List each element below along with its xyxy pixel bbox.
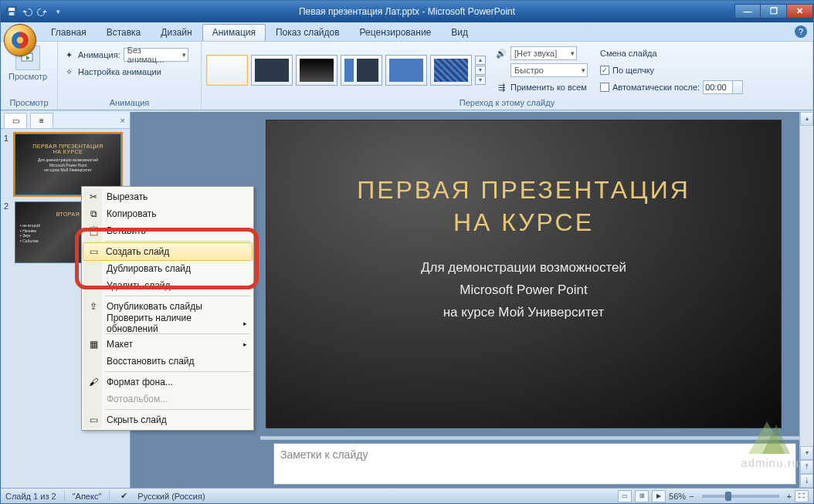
publish-icon: ⇪ [87, 300, 100, 313]
menu-copy[interactable]: ⧉Копировать [83, 205, 252, 222]
menu-photo-album: Фотоальбом... [83, 391, 252, 408]
undo-icon[interactable] [21, 5, 33, 18]
zoom-level[interactable]: 56% [669, 492, 686, 501]
svg-point-4 [17, 37, 24, 44]
transition-thumb[interactable] [251, 55, 293, 86]
sound-icon: 🔊 [495, 47, 507, 59]
format-bg-icon: 🖌 [87, 376, 100, 388]
auto-after-label: Автоматически после: [612, 83, 700, 92]
group-animation-label: Анимация [63, 96, 196, 110]
layout-icon: ▦ [87, 338, 100, 350]
menu-layout[interactable]: ▦Макет▸ [83, 336, 252, 353]
titlebar: ▾ Певая презентация Лат.pptx - Microsoft… [1, 1, 813, 22]
thumb-number: 2 [4, 201, 12, 263]
custom-animation-icon: ✧ [63, 66, 75, 78]
slide-canvas[interactable]: Первая презентацияна курсе Для демонстра… [266, 120, 782, 428]
watermark-text: adminu.ru [741, 456, 799, 469]
menu-hide-slide[interactable]: ▭Скрыть слайд [83, 411, 252, 428]
transition-thumb[interactable] [385, 55, 427, 86]
paste-icon: 📋 [87, 225, 100, 237]
menu-new-slide[interactable]: ▭Создать слайд [83, 242, 253, 261]
slideshow-view-button[interactable]: ▶ [652, 490, 666, 502]
preview-label: Просмотр [8, 72, 47, 81]
ribbon: Просмотр Просмотр ✦ Анимация: Без анимац… [1, 41, 813, 110]
statusbar: Слайд 1 из 2 "Апекс" ✔ Русский (Россия) … [1, 488, 813, 503]
transition-thumb[interactable] [430, 55, 472, 86]
slide-counter: Слайд 1 из 2 [5, 492, 56, 501]
close-button[interactable]: ✕ [787, 4, 813, 19]
group-transition-label: Переход к этому слайду [206, 96, 808, 110]
menu-duplicate-slide[interactable]: Дублировать слайд [83, 260, 252, 277]
group-preview-label: Просмотр [5, 96, 53, 110]
sorter-view-button[interactable]: ⊞ [635, 490, 649, 502]
minimize-button[interactable]: — [734, 4, 761, 19]
tab-home[interactable]: Главная [41, 24, 97, 41]
quick-access-toolbar: ▾ [1, 5, 64, 18]
animation-label: Анимация: [78, 50, 120, 59]
fit-window-button[interactable]: ⛶ [795, 490, 809, 502]
menu-paste[interactable]: 📋Вставить [83, 222, 252, 239]
maximize-button[interactable]: ❐ [761, 4, 787, 19]
on-click-checkbox[interactable]: ✓ [600, 66, 609, 75]
menu-check-updates[interactable]: Проверить наличие обновлений▸ [83, 315, 252, 332]
zoom-slider[interactable] [702, 495, 779, 498]
thumb-number: 1 [4, 134, 12, 195]
menu-reset-slide[interactable]: Восстановить слайд [83, 353, 252, 370]
copy-icon: ⧉ [87, 208, 100, 220]
normal-view-button[interactable]: ▭ [618, 490, 632, 502]
language-status[interactable]: Русский (Россия) [137, 492, 205, 501]
qat-more-icon[interactable]: ▾ [52, 5, 64, 18]
new-slide-icon: ▭ [87, 245, 100, 258]
animation-icon: ✦ [63, 49, 75, 61]
sound-combo[interactable]: [Нет звука] [510, 46, 577, 60]
tab-view[interactable]: Вид [441, 24, 478, 41]
transition-thumb[interactable] [296, 55, 337, 86]
scroll-up-icon[interactable]: ▴ [800, 112, 813, 126]
auto-after-spin[interactable]: 00:00 [703, 80, 743, 94]
office-button[interactable] [4, 24, 36, 56]
notes-pane[interactable]: Заметки к слайду [273, 443, 796, 485]
outline-tab[interactable]: ≡ [30, 113, 53, 128]
svg-rect-2 [9, 12, 14, 15]
on-click-label: По щелчку [612, 66, 654, 75]
notes-splitter[interactable] [260, 436, 813, 440]
window-controls: — ❐ ✕ [734, 5, 813, 19]
animation-combo[interactable]: Без анимац... [124, 48, 188, 62]
next-slide-icon[interactable]: ⭳ [800, 474, 813, 488]
menu-format-background[interactable]: 🖌Формат фона... [83, 374, 252, 391]
transition-thumb[interactable] [341, 55, 382, 86]
window-title: Певая презентация Лат.pptx - Microsoft P… [299, 6, 515, 17]
vertical-scrollbar[interactable]: ▴ ▾ ⭱ ⭳ [799, 112, 813, 488]
auto-after-checkbox[interactable] [600, 83, 609, 92]
transition-none[interactable] [206, 55, 248, 86]
hide-icon: ▭ [87, 414, 100, 426]
tab-animation[interactable]: Анимация [202, 24, 266, 41]
gallery-more[interactable]: ▴▾▾ [475, 56, 486, 85]
save-icon[interactable] [5, 5, 18, 18]
custom-animation-button[interactable]: ✧ Настройка анимации [63, 64, 188, 79]
panel-close-icon[interactable]: × [120, 116, 125, 125]
zoom-out-button[interactable]: − [689, 492, 694, 501]
menu-cut[interactable]: ✂Вырезать [83, 188, 252, 205]
apply-all-button[interactable]: ⇶Применить ко всем [495, 79, 588, 95]
ribbon-tabs: Главная Вставка Дизайн Анимация Показ сл… [1, 22, 813, 41]
help-icon[interactable]: ? [795, 25, 807, 38]
prev-slide-icon[interactable]: ⭱ [800, 460, 813, 474]
speed-combo[interactable]: Быстро [510, 63, 588, 77]
tab-slideshow[interactable]: Показ слайдов [266, 24, 350, 41]
tab-design[interactable]: Дизайн [151, 24, 202, 41]
tab-insert[interactable]: Вставка [97, 24, 151, 41]
watermark-triangle2-icon [762, 425, 790, 454]
panel-tabs: ▭ ≡ × [1, 112, 130, 129]
advance-title: Смена слайда [600, 49, 657, 58]
svg-rect-1 [8, 8, 15, 11]
slides-tab[interactable]: ▭ [4, 113, 27, 128]
scroll-down-icon[interactable]: ▾ [800, 446, 813, 460]
transition-gallery[interactable]: ▴▾▾ [206, 55, 486, 86]
redo-icon[interactable] [36, 5, 49, 18]
menu-delete-slide[interactable]: Удалить слайд [83, 277, 252, 294]
tab-review[interactable]: Рецензирование [350, 24, 442, 41]
zoom-in-button[interactable]: + [787, 492, 792, 501]
slide-subtitle: Для демонстрации возможностей Microsoft … [266, 257, 781, 324]
spellcheck-icon[interactable]: ✔ [117, 490, 130, 502]
